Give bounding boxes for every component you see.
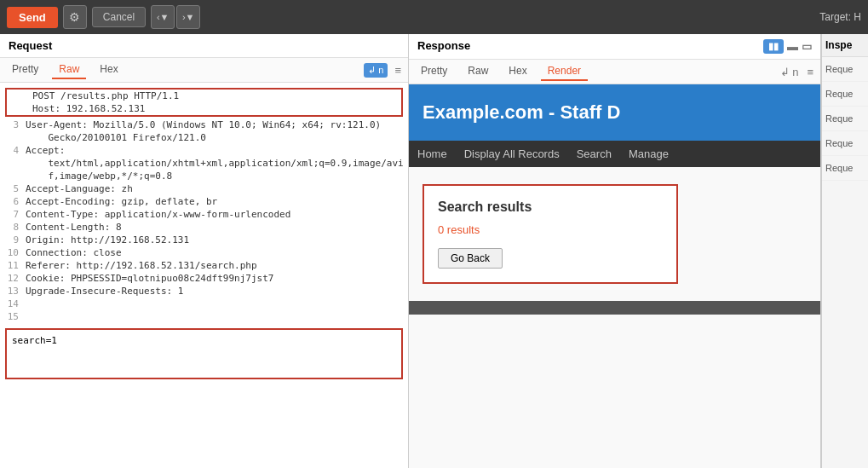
code-line-3b: Gecko/20100101 Firefox/121.0	[0, 131, 408, 144]
response-render-area: Example.com - Staff D Home Display All R…	[409, 84, 820, 468]
go-back-button[interactable]: Go Back	[438, 248, 503, 269]
code-line-5: 5 Accept-Language: zh	[0, 182, 408, 195]
response-menu-icon[interactable]: ≡	[805, 64, 815, 80]
settings-button[interactable]: ⚙	[63, 5, 87, 29]
cancel-button[interactable]: Cancel	[92, 7, 146, 27]
search-results-title: Search results	[438, 199, 663, 215]
nav-manage[interactable]: Manage	[629, 147, 669, 160]
code-line-4b: text/html,application/xhtml+xml,applicat…	[0, 157, 408, 170]
toolbar: Send ⚙ Cancel ‹▼ ›▼ Target: H	[0, 0, 868, 34]
request-panel: Request Pretty Raw Hex ↲ n ≡ POST /resul…	[0, 34, 409, 468]
inspect-item-3[interactable]: Reque	[822, 107, 868, 131]
code-line-7: 7 Content-Type: application/x-www-form-u…	[0, 208, 408, 221]
code-line-9: 9 Origin: http://192.168.52.131	[0, 234, 408, 246]
back-button[interactable]: ‹▼	[151, 5, 175, 29]
response-tab-bar: Pretty Raw Hex Render ↲ n ≡	[409, 60, 820, 84]
code-line-2: Host: 192.168.52.131	[7, 102, 401, 115]
tab-response-hex[interactable]: Hex	[502, 62, 533, 81]
response-view-horiz-icon[interactable]: ▬	[787, 40, 798, 53]
main-area: Request Pretty Raw Hex ↲ n ≡ POST /resul…	[0, 34, 868, 468]
inspect-item-2[interactable]: Reque	[822, 82, 868, 107]
code-line-14: 14	[0, 298, 408, 310]
nav-group: ‹▼ ›▼	[151, 5, 200, 29]
tab-response-raw[interactable]: Raw	[461, 62, 495, 81]
response-view-split-icon[interactable]: ▮▮	[763, 39, 784, 54]
code-line-3: 3 User-Agent: Mozilla/5.0 (Windows NT 10…	[0, 118, 408, 131]
highlight-box-1: POST /results.php HTTP/1.1 Host: 192.168…	[5, 88, 403, 117]
nav-search[interactable]: Search	[577, 147, 612, 160]
tab-response-render[interactable]: Render	[541, 62, 588, 81]
response-bottom-bar	[409, 301, 820, 315]
request-title: Request	[0, 34, 408, 58]
tab-request-pretty[interactable]: Pretty	[5, 61, 45, 79]
nav-display-records[interactable]: Display All Records	[464, 147, 560, 160]
code-line-8: 8 Content-Length: 8	[0, 221, 408, 234]
request-code-area: POST /results.php HTTP/1.1 Host: 192.168…	[0, 83, 408, 468]
request-tab-bar: Pretty Raw Hex ↲ n ≡	[0, 58, 408, 83]
target-label: Target: H	[819, 11, 861, 23]
request-menu-icon[interactable]: ≡	[393, 62, 403, 78]
inspect-title: Inspe	[822, 34, 868, 57]
inspect-item-5[interactable]: Reque	[822, 156, 868, 181]
request-tab-icons: ↲ n ≡	[364, 62, 403, 78]
nav-home[interactable]: Home	[417, 147, 447, 160]
code-line-13: 13 Upgrade-Insecure-Requests: 1	[0, 285, 408, 298]
inspect-item-4[interactable]: Reque	[822, 131, 868, 156]
inspect-panel: Inspe Reque Reque Reque Reque Reque	[821, 34, 868, 468]
response-wrap-icon[interactable]: ↲ n	[779, 64, 801, 80]
response-title: Response ▮▮ ▬ ▭	[409, 34, 820, 60]
response-panel: Response ▮▮ ▬ ▭ Pretty Raw Hex Render ↲ …	[409, 34, 821, 468]
code-line-1: POST /results.php HTTP/1.1	[7, 90, 401, 102]
code-line-15: 15	[0, 310, 408, 323]
code-line-4c: f,image/webp,*/*;q=0.8	[0, 170, 408, 182]
code-line-11: 11 Referer: http://192.168.52.131/search…	[0, 259, 408, 272]
site-nav-bar: Home Display All Records Search Manage	[409, 141, 820, 167]
send-button[interactable]: Send	[7, 7, 58, 28]
tab-request-raw[interactable]: Raw	[52, 61, 86, 79]
tab-response-pretty[interactable]: Pretty	[414, 62, 454, 81]
request-wrap-icon[interactable]: ↲ n	[364, 63, 388, 78]
response-tab-icons: ↲ n ≡	[779, 64, 815, 80]
inspect-item-1[interactable]: Reque	[822, 57, 868, 82]
code-line-6: 6 Accept-Encoding: gzip, deflate, br	[0, 195, 408, 208]
code-line-10: 10 Connection: close	[0, 246, 408, 259]
site-header: Example.com - Staff D	[409, 84, 820, 141]
tab-request-hex[interactable]: Hex	[93, 61, 124, 79]
results-count: 0 results	[438, 223, 663, 236]
code-line-12: 12 Cookie: PHPSESSID=qlotnipuo08c24dft99…	[0, 272, 408, 285]
forward-button[interactable]: ›▼	[176, 5, 200, 29]
search-results-box: Search results 0 results Go Back	[423, 184, 678, 284]
code-line-4: 4 Accept:	[0, 144, 408, 157]
response-view-max-icon[interactable]: ▭	[802, 40, 812, 53]
request-body-content: search=1	[12, 335, 57, 346]
request-body-box[interactable]: search=1	[5, 328, 403, 379]
